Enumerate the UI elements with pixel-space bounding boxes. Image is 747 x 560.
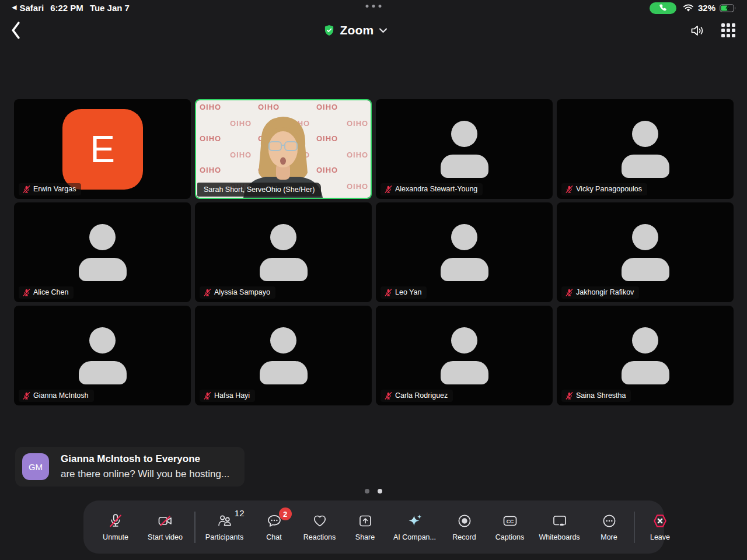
speaker-audio-icon[interactable] — [689, 23, 706, 38]
chat-unread-badge: 2 — [279, 508, 292, 520]
whiteboards-button[interactable]: Whiteboards — [533, 513, 587, 541]
ai-companion-button[interactable]: AI Compan... — [388, 513, 442, 541]
participant-name-label: Leo Yan — [381, 286, 427, 299]
chat-message-text: are there online? Will you be hosting... — [61, 468, 229, 480]
heart-icon — [312, 513, 328, 529]
microphone-muted-icon — [385, 392, 392, 400]
chat-button[interactable]: Chat2 — [252, 513, 297, 541]
participant-name: Hafsa Hayi — [214, 392, 250, 400]
microphone-muted-icon — [23, 392, 30, 400]
participant-name: Vicky Panagopoulos — [576, 186, 642, 193]
toolbar-button-label: More — [601, 533, 617, 541]
microphone-muted-icon — [23, 186, 30, 193]
microphone-muted-icon — [23, 289, 30, 296]
meeting-nav-bar: Zoom — [0, 14, 747, 47]
participant-name-label: Alexandra Stewart-Young — [381, 183, 483, 195]
participant-tile[interactable]: Alice Chen — [14, 202, 191, 302]
microphone-muted-icon — [566, 186, 573, 193]
participant-tile[interactable]: Saina Shrestha — [557, 306, 734, 405]
captions-icon: CC — [502, 513, 518, 529]
participant-name: Alice Chen — [33, 289, 68, 296]
person-silhouette — [622, 224, 669, 281]
participant-name-label: Saina Shrestha — [561, 390, 631, 402]
participants-icon — [217, 513, 233, 529]
microphone-muted-icon — [566, 289, 573, 296]
participants-button[interactable]: Participants12 — [198, 513, 252, 541]
participant-grid: E Erwin Vargas OIHO OIHO Sarah Short, Se… — [14, 99, 734, 405]
share-button[interactable]: Share — [343, 513, 388, 541]
back-button[interactable] — [11, 20, 28, 41]
participant-name-label: Jakhongir Rafikov — [561, 286, 639, 299]
meeting-title-button[interactable]: Zoom — [324, 14, 388, 47]
more-button[interactable]: More — [587, 513, 632, 541]
meeting-title: Zoom — [340, 23, 374, 37]
page-indicator[interactable] — [0, 489, 747, 494]
chat-preview[interactable]: GM Gianna McIntosh to Everyone are there… — [15, 447, 245, 487]
leave-hexagon-icon — [652, 513, 668, 529]
toolbar-button-label: Chat — [266, 533, 281, 541]
participant-tile[interactable]: Alexandra Stewart-Young — [376, 99, 553, 199]
return-to-app[interactable]: ◀ Safari — [12, 3, 44, 13]
microphone-muted-icon — [385, 186, 392, 193]
unmute-button[interactable]: Unmute — [93, 513, 138, 541]
participant-name: Saina Shrestha — [576, 392, 626, 400]
chevron-left-icon — [11, 22, 20, 39]
participant-tile[interactable]: Carla Rodriguez — [376, 306, 553, 405]
participant-name: Alexandra Stewart-Young — [395, 186, 477, 193]
start-video-button[interactable]: Start video — [138, 513, 192, 541]
status-left: ◀ Safari 6:22 PM Tue Jan 7 — [12, 3, 130, 13]
chat-sender-line: Gianna McIntosh to Everyone — [61, 453, 229, 465]
toolbar-button-label: AI Compan... — [393, 533, 436, 541]
status-date: Tue Jan 7 — [90, 3, 130, 13]
participant-tile[interactable]: Leo Yan — [376, 202, 553, 302]
page-dot[interactable] — [378, 489, 382, 494]
person-silhouette — [622, 327, 669, 384]
chat-preview-text: Gianna McIntosh to Everyone are there on… — [61, 453, 229, 480]
participant-name-label: Alice Chen — [19, 286, 74, 299]
encryption-shield-icon — [324, 24, 335, 37]
status-bar: ◀ Safari 6:22 PM Tue Jan 7 32% — [0, 0, 747, 14]
microphone-muted-icon — [204, 392, 211, 400]
microphone-slash-icon — [107, 513, 124, 529]
person-silhouette — [79, 224, 127, 281]
participant-name-label: Vicky Panagopoulos — [561, 183, 647, 195]
participant-tile[interactable]: Gianna McIntosh — [14, 306, 191, 405]
chat-sender-avatar: GM — [22, 453, 49, 480]
participant-name-label: Hafsa Hayi — [200, 390, 255, 402]
active-call-pill[interactable] — [650, 2, 676, 14]
camera-slash-icon — [157, 513, 173, 529]
ai-sparkle-icon — [407, 513, 423, 529]
letter-avatar: E — [62, 109, 143, 190]
toolbar-button-label: Share — [355, 533, 375, 541]
chevron-down-icon — [379, 28, 387, 33]
participant-tile[interactable]: E Erwin Vargas — [14, 99, 191, 199]
wifi-icon — [683, 4, 694, 12]
participant-tile[interactable]: Jakhongir Rafikov — [557, 202, 734, 302]
multitask-indicator-dots[interactable] — [366, 5, 382, 8]
svg-text:CC: CC — [506, 519, 513, 524]
toolbar-button-label: Record — [452, 533, 476, 541]
share-arrow-icon — [357, 513, 374, 529]
participant-tile[interactable]: Vicky Panagopoulos — [557, 99, 734, 199]
apps-grid-icon[interactable] — [721, 23, 735, 37]
record-button[interactable]: Record — [442, 513, 487, 541]
person-silhouette — [260, 327, 308, 384]
reactions-button[interactable]: Reactions — [297, 513, 343, 541]
captions-button[interactable]: CC Captions — [487, 513, 533, 541]
nav-right — [689, 14, 735, 47]
participant-name: Jakhongir Rafikov — [576, 289, 634, 296]
page-dot[interactable] — [365, 489, 369, 494]
person-silhouette — [260, 224, 308, 281]
participant-name: Alyssia Sampayo — [214, 289, 270, 296]
return-to-app-icon: ◀ — [12, 4, 16, 11]
whiteboard-icon — [551, 513, 568, 529]
leave-button[interactable]: Leave — [637, 513, 683, 541]
toolbar-divider — [634, 512, 636, 543]
toolbar-button-label: Participants — [205, 533, 243, 541]
participant-tile[interactable]: OIHO OIHO Sarah Short, ServeOhio (She/He… — [195, 99, 372, 199]
participant-tile[interactable]: Alyssia Sampayo — [195, 202, 372, 302]
participant-tile[interactable]: Hafsa Hayi — [195, 306, 372, 405]
record-icon — [456, 513, 473, 529]
person-silhouette — [622, 121, 669, 178]
phone-icon — [658, 4, 667, 12]
